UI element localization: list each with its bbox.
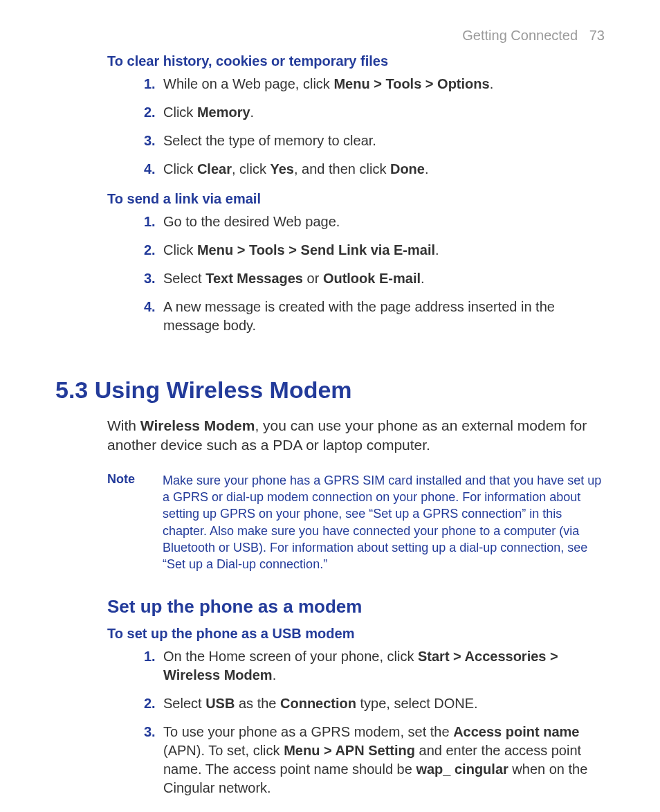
step-item: 2. Click Menu > Tools > Send Link via E-… (144, 241, 605, 260)
step-number: 2. (144, 103, 156, 122)
step-text: . (490, 76, 494, 91)
page-number: 73 (589, 28, 605, 43)
step-bold: Done (390, 161, 425, 177)
note-block: Note Make sure your phone has a GPRS SIM… (107, 472, 605, 573)
step-item: 1. Go to the desired Web page. (144, 213, 605, 231)
step-item: 3. Select Text Messages or Outlook E-mai… (144, 269, 605, 288)
step-bold: Clear (197, 161, 232, 177)
section-intro: With Wireless Modem, you can use your ph… (107, 416, 605, 455)
step-number: 4. (144, 160, 156, 179)
step-item: 2. Click Memory. (144, 103, 605, 122)
step-item: 4. Click Clear, click Yes, and then clic… (144, 160, 605, 179)
step-number: 1. (144, 75, 156, 93)
step-bold: Text Messages (205, 271, 303, 286)
steps-clear-history: 1. While on a Web page, click Menu > Too… (144, 75, 605, 179)
steps-send-link: 1. Go to the desired Web page. 2. Click … (144, 213, 605, 335)
step-bold: Yes (270, 161, 293, 177)
step-number: 2. (144, 241, 156, 260)
step-item: 2. Select USB as the Connection type, se… (144, 694, 605, 713)
step-text: To use your phone as a GPRS modem, set t… (163, 724, 453, 739)
step-text: . (273, 667, 277, 683)
heading-send-link: To send a link via email (107, 191, 605, 207)
step-text: . (425, 161, 429, 177)
step-number: 2. (144, 694, 156, 713)
step-text: Go to the desired Web page. (163, 214, 340, 229)
steps-usb-modem: 1. On the Home screen of your phone, cli… (144, 647, 605, 797)
step-text: . (435, 242, 439, 258)
step-number: 1. (144, 647, 156, 666)
chapter-name: Getting Connected (462, 28, 578, 43)
step-text: (APN). To set, click (163, 743, 284, 758)
step-text: While on a Web page, click (163, 76, 333, 91)
step-number: 3. (144, 723, 156, 741)
heading-clear-history: To clear history, cookies or temporary f… (107, 53, 605, 69)
section-5-3-title: 5.3 Using Wireless Modem (55, 377, 605, 404)
step-text: Select (163, 271, 205, 286)
step-text: or (303, 271, 323, 286)
step-bold: Menu > APN Setting (284, 743, 415, 758)
page-header: Getting Connected 73 (55, 28, 605, 44)
step-text: , and then click (294, 161, 390, 177)
step-text: Select the type of memory to clear. (163, 133, 376, 148)
step-text: A new message is created with the page a… (163, 299, 555, 333)
step-text: , click (232, 161, 271, 177)
step-bold: Menu > Tools > Send Link via E-mail (197, 242, 435, 258)
step-number: 4. (144, 298, 156, 316)
heading-usb-modem: To set up the phone as a USB modem (107, 626, 605, 642)
step-item: 1. While on a Web page, click Menu > Too… (144, 75, 605, 93)
step-text: Click (163, 161, 197, 177)
note-label: Note (107, 472, 163, 573)
step-text: On the Home screen of your phone, click (163, 649, 418, 664)
step-bold: Connection (280, 696, 356, 711)
step-text: . (421, 271, 425, 286)
step-bold: Memory (197, 105, 250, 120)
step-text: type, select DONE. (356, 696, 478, 711)
step-item: 4. A new message is created with the pag… (144, 298, 605, 335)
page-container: Getting Connected 73 To clear history, c… (0, 0, 660, 812)
step-item: 1. On the Home screen of your phone, cli… (144, 647, 605, 685)
step-item: 3. To use your phone as a GPRS modem, se… (144, 723, 605, 797)
step-text: as the (235, 696, 280, 711)
step-text: Click (163, 242, 197, 258)
step-text: . (250, 105, 255, 120)
intro-bold: Wireless Modem (140, 417, 255, 433)
step-bold: Outlook E-mail (323, 271, 421, 286)
subhead-set-up-modem: Set up the phone as a modem (107, 596, 605, 617)
note-text: Make sure your phone has a GPRS SIM card… (163, 472, 605, 573)
intro-text: With (107, 417, 140, 433)
step-bold: USB (205, 696, 235, 711)
step-text: Click (163, 105, 197, 120)
step-number: 3. (144, 132, 156, 150)
step-bold: Menu > Tools > Options (333, 76, 489, 91)
step-item: 3. Select the type of memory to clear. (144, 132, 605, 150)
step-bold: wap_ cingular (416, 761, 508, 777)
step-bold: Access point name (453, 724, 579, 739)
step-number: 3. (144, 269, 156, 288)
step-number: 1. (144, 213, 156, 231)
step-text: Select (163, 696, 205, 711)
